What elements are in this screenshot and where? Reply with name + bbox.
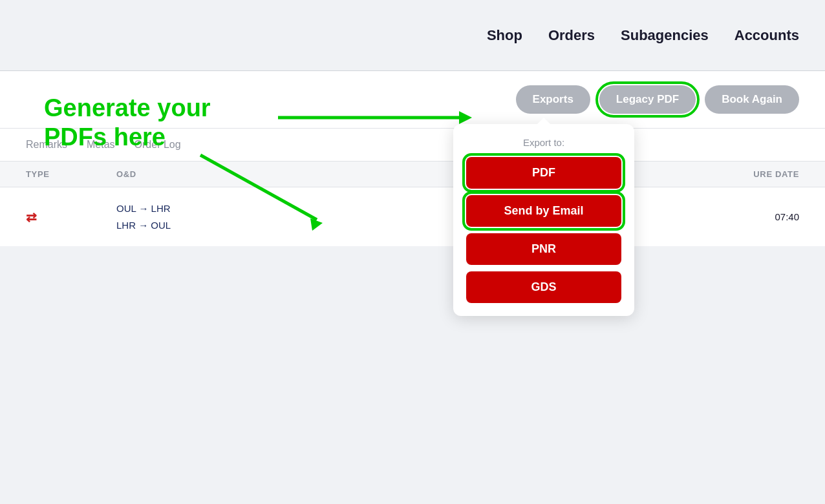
- toolbar-buttons: Exports Legacy PDF Book Again: [516, 85, 799, 114]
- time-value: 07:40: [775, 211, 799, 222]
- export-title: Export to:: [466, 137, 621, 148]
- table-row: ⇄ OUL → LHR LHR → OUL 07:40: [0, 187, 825, 247]
- export-email-button[interactable]: Send by Email: [466, 195, 621, 227]
- col-header-type: TYPE: [26, 169, 116, 179]
- tab-order-log[interactable]: Order Log: [134, 139, 181, 151]
- cell-od: OUL → LHR LHR → OUL: [116, 200, 246, 233]
- main-content: Generate your PDFs here Exports Legacy P…: [0, 71, 825, 247]
- nav-shop[interactable]: Shop: [487, 27, 522, 44]
- export-dropdown: Export to: PDF Send by Email PNR GDS: [453, 124, 634, 316]
- route-1: OUL → LHR: [116, 200, 246, 217]
- sub-tabs: Remarks Metas Order Log: [0, 129, 825, 162]
- nav-orders[interactable]: Orders: [548, 27, 595, 44]
- book-again-button[interactable]: Book Again: [705, 85, 799, 114]
- export-pdf-button[interactable]: PDF: [466, 157, 621, 189]
- export-gds-button[interactable]: GDS: [466, 271, 621, 303]
- nav-bar: Shop Orders Subagencies Accounts: [487, 27, 799, 44]
- route-arrows-icon: ⇄: [26, 209, 37, 225]
- col-header-od: O&D: [116, 169, 246, 179]
- route-2: LHR → OUL: [116, 217, 246, 234]
- toolbar-row: Exports Legacy PDF Book Again Export to:…: [0, 71, 825, 129]
- tab-remarks[interactable]: Remarks: [26, 139, 67, 151]
- od-routes-text: OUL → LHR LHR → OUL: [116, 200, 246, 233]
- legacy-pdf-button[interactable]: Legacy PDF: [599, 85, 696, 114]
- nav-accounts[interactable]: Accounts: [734, 27, 799, 44]
- cell-type: ⇄: [26, 209, 116, 225]
- nav-subagencies[interactable]: Subagencies: [621, 27, 709, 44]
- exports-button[interactable]: Exports: [516, 85, 590, 114]
- tab-metas[interactable]: Metas: [87, 139, 115, 151]
- table-header: TYPE O&D URE DATE: [0, 162, 825, 187]
- header: Shop Orders Subagencies Accounts: [0, 0, 825, 71]
- export-pnr-button[interactable]: PNR: [466, 233, 621, 265]
